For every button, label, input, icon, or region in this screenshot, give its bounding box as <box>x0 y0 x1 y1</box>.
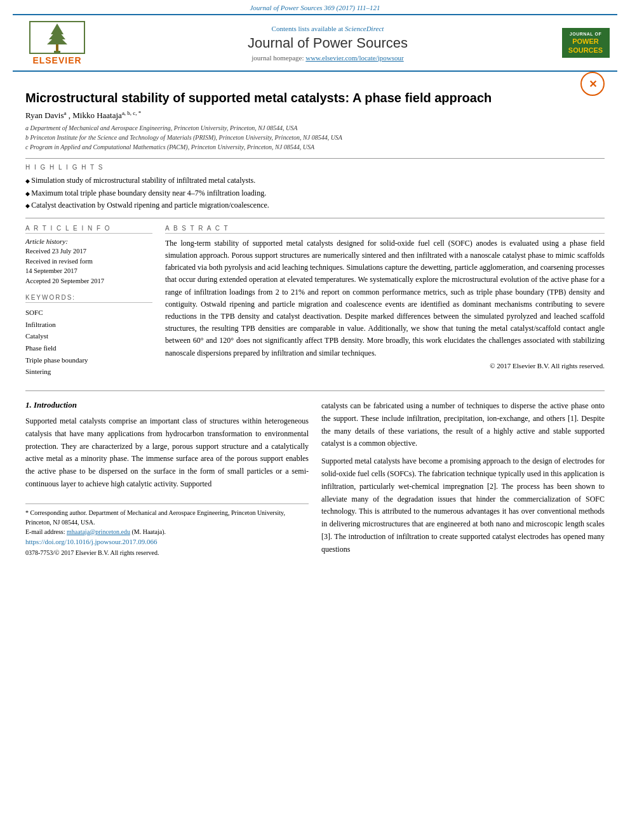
journal-homepage-link[interactable]: www.elsevier.com/locate/jpowsour <box>305 54 403 62</box>
journal-title: Journal of Power Sources <box>102 35 554 51</box>
abstract-text: The long-term stability of supported met… <box>165 237 605 359</box>
body-left-col: 1. Introduction Supported metal catalyst… <box>25 400 309 561</box>
abstract-label: A B S T R A C T <box>165 225 605 234</box>
keyword-5: Triple phase boundary <box>25 354 152 366</box>
keywords-label: Keywords: <box>25 294 152 303</box>
body-right-para-2: Supported metal catalysts have become a … <box>321 455 605 556</box>
footnote-area: * Corresponding author. Department of Me… <box>25 503 309 558</box>
affil-a: a Department of Mechanical and Aerospace… <box>25 123 605 133</box>
keywords-section: Keywords: SOFC Infiltration Catalyst Pha… <box>25 294 152 378</box>
received-date: Received 23 July 2017 <box>25 246 152 257</box>
highlights-section: H I G H L I G H T S Simulation study of … <box>25 164 605 211</box>
journal-reference: Journal of Power Sources 369 (2017) 111–… <box>0 0 630 14</box>
body-right-para-1: catalysts can be fabricated using a numb… <box>321 400 605 450</box>
highlights-label: H I G H L I G H T S <box>25 164 605 171</box>
body-left-text: Supported metal catalysts comprise an im… <box>25 415 309 491</box>
keywords-list: SOFC Infiltration Catalyst Phase field T… <box>25 307 152 378</box>
title-row: Microstructural stability of supported m… <box>25 78 605 110</box>
elsevier-logo: ELSEVIER <box>19 20 95 65</box>
affil-c: c Program in Applied and Computational M… <box>25 142 605 152</box>
revised-label: Received in revised form <box>25 257 152 267</box>
article-info-col: A R T I C L E I N F O Article history: R… <box>25 225 152 378</box>
article-history-label: Article history: <box>25 237 152 245</box>
article-title: Microstructural stability of supported m… <box>25 90 574 106</box>
journal-name-area: Contents lists available at ScienceDirec… <box>102 25 554 62</box>
body-left-para-1: Supported metal catalysts comprise an im… <box>25 415 309 491</box>
body-section: 1. Introduction Supported metal catalyst… <box>25 390 605 561</box>
article-info-label: A R T I C L E I N F O <box>25 225 152 234</box>
footnote-email-link[interactable]: mhaataja@princeton.edu <box>67 528 130 535</box>
affil-b: b Princeton Institute for the Science an… <box>25 133 605 142</box>
science-direct-label: Contents lists available at ScienceDirec… <box>102 25 554 32</box>
body-right-text: catalysts can be fabricated using a numb… <box>321 400 605 556</box>
journal-homepage: journal homepage: www.elsevier.com/locat… <box>102 54 554 62</box>
footnote-star: * Corresponding author. Department of Me… <box>25 508 309 527</box>
body-two-col: 1. Introduction Supported metal catalyst… <box>25 400 605 561</box>
author2-affil: a, b, c, * <box>122 110 142 116</box>
body-right-col: catalysts can be fabricated using a numb… <box>321 400 605 561</box>
keyword-3: Catalyst <box>25 330 152 342</box>
revised-date: 14 September 2017 <box>25 266 152 276</box>
author2-name: , Mikko Haataja <box>69 110 122 120</box>
science-direct-link[interactable]: ScienceDirect <box>345 25 384 32</box>
issn-line: 0378-7753/© 2017 Elsevier B.V. All right… <box>25 548 309 557</box>
highlights-list: Simulation study of microstructural stab… <box>25 175 605 211</box>
doi-line[interactable]: https://doi.org/10.1016/j.jpowsour.2017.… <box>25 537 309 547</box>
article-history: Article history: Received 23 July 2017 R… <box>25 237 152 286</box>
accepted-date: Accepted 20 September 2017 <box>25 276 152 286</box>
keyword-4: Phase field <box>25 342 152 354</box>
author1-affil: a <box>64 110 67 116</box>
highlight-item-1: Simulation study of microstructural stab… <box>25 175 605 187</box>
info-abstract-section: A R T I C L E I N F O Article history: R… <box>25 225 605 378</box>
abstract-section: A B S T R A C T The long-term stability … <box>165 225 605 370</box>
highlight-item-2: Maximum total triple phase boundary dens… <box>25 187 605 199</box>
keyword-1: SOFC <box>25 307 152 319</box>
keyword-6: Sintering <box>25 366 152 378</box>
copyright-text: © 2017 Elsevier B.V. All rights reserved… <box>165 362 605 370</box>
journal-header: ELSEVIER Contents lists available at Sci… <box>13 14 617 72</box>
footnote-email: E-mail address: mhaataja@princeton.edu (… <box>25 527 309 537</box>
highlight-item-3: Catalyst deactivation by Ostwald ripenin… <box>25 199 605 211</box>
article-info-section: A R T I C L E I N F O Article history: R… <box>25 225 152 286</box>
authors-line: Ryan Davisa , Mikko Haatajaa, b, c, * <box>25 110 605 121</box>
crossmark-badge: ✕ <box>580 72 605 96</box>
intro-heading: 1. Introduction <box>25 400 309 410</box>
author1-name: Ryan Davis <box>25 110 64 120</box>
abstract-col: A B S T R A C T The long-term stability … <box>165 225 605 378</box>
journal-logo-right: JOURNAL OF POWERSOURCES <box>560 28 611 58</box>
main-content: Microstructural stability of supported m… <box>0 72 630 568</box>
power-sources-logo: JOURNAL OF POWERSOURCES <box>562 28 610 58</box>
elsevier-brand-text: ELSEVIER <box>32 55 81 65</box>
affiliations: a Department of Mechanical and Aerospace… <box>25 123 605 152</box>
keyword-2: Infiltration <box>25 319 152 331</box>
